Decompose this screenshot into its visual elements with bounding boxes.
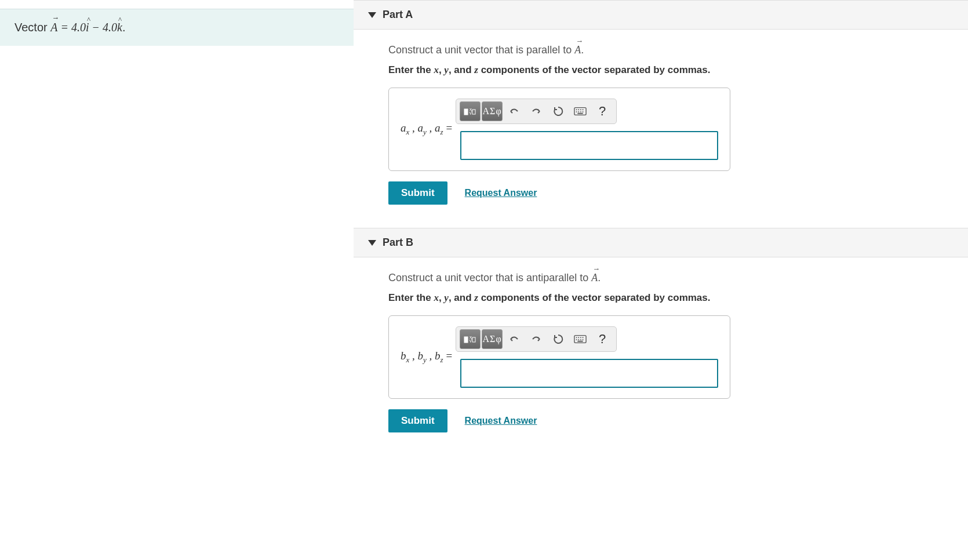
right-panel: Part A Construct a unit vector that is p… — [354, 0, 968, 456]
svg-point-25 — [580, 339, 581, 340]
template-button[interactable]: x√ — [460, 329, 481, 349]
svg-point-22 — [583, 337, 584, 338]
undo-button[interactable] — [504, 329, 525, 349]
k-hat: k — [117, 21, 122, 34]
problem-prefix: Vector — [14, 21, 50, 34]
svg-point-23 — [576, 339, 577, 340]
part-b-section: Part B Construct a unit vector that is a… — [354, 228, 968, 444]
part-b-prefix: bx , by , bz = — [401, 350, 452, 365]
help-button[interactable]: ? — [592, 101, 613, 121]
svg-point-5 — [576, 109, 577, 110]
request-answer-link[interactable]: Request Answer — [465, 188, 537, 198]
keyboard-button[interactable] — [570, 329, 591, 349]
greek-button[interactable]: ΑΣφ — [482, 329, 503, 349]
left-panel: Vector A = 4.0i − 4.0k. — [0, 0, 354, 456]
svg-point-21 — [580, 337, 581, 338]
part-b-answer-box: bx , by , bz = x√ ΑΣφ — [388, 315, 730, 399]
part-b-input[interactable] — [460, 359, 718, 388]
svg-rect-14 — [464, 337, 468, 343]
problem-minus: − 4.0 — [89, 21, 118, 34]
redo-button[interactable] — [526, 101, 547, 121]
svg-point-19 — [576, 337, 577, 338]
part-b-title: Part B — [383, 237, 413, 249]
part-a-body: Construct a unit vector that is parallel… — [354, 30, 968, 216]
svg-rect-17 — [472, 337, 475, 342]
svg-point-7 — [580, 109, 581, 110]
svg-point-9 — [576, 111, 577, 112]
greek-button[interactable]: ΑΣφ — [482, 101, 503, 121]
part-b-body: Construct a unit vector that is antipara… — [354, 257, 968, 444]
svg-point-10 — [578, 111, 579, 112]
svg-rect-27 — [578, 341, 583, 342]
problem-statement: Vector A = 4.0i − 4.0k. — [0, 9, 354, 46]
svg-rect-0 — [464, 109, 468, 115]
part-a-input-area: x√ ΑΣφ — [460, 99, 718, 160]
svg-point-20 — [578, 337, 579, 338]
reset-button[interactable] — [548, 101, 569, 121]
svg-point-6 — [578, 109, 579, 110]
vector-A-ref: A — [574, 44, 581, 56]
part-a-instructions: Enter the x, y, and z components of the … — [388, 64, 956, 76]
undo-button[interactable] — [504, 101, 525, 121]
template-button[interactable]: x√ — [460, 101, 481, 121]
problem-eq1: = 4.0 — [57, 21, 86, 34]
svg-rect-3 — [472, 110, 475, 114]
part-b-prompt: Construct a unit vector that is antipara… — [388, 272, 956, 284]
help-button[interactable]: ? — [592, 329, 613, 349]
svg-point-12 — [583, 111, 584, 112]
request-answer-link[interactable]: Request Answer — [465, 416, 537, 426]
svg-point-11 — [580, 111, 581, 112]
svg-text:√: √ — [469, 337, 472, 344]
vector-A: A — [50, 21, 57, 34]
part-a-actions: Submit Request Answer — [388, 181, 956, 205]
problem-period: . — [122, 21, 126, 34]
redo-button[interactable] — [526, 329, 547, 349]
svg-point-24 — [578, 339, 579, 340]
part-b-input-area: x√ ΑΣφ — [460, 326, 718, 388]
keyboard-button[interactable] — [570, 101, 591, 121]
part-a-toolbar: x√ ΑΣφ — [456, 99, 617, 124]
part-a-header[interactable]: Part A — [354, 0, 968, 30]
part-a-title: Part A — [383, 9, 413, 21]
submit-button[interactable]: Submit — [388, 181, 447, 205]
svg-point-8 — [583, 109, 584, 110]
part-b-toolbar: x√ ΑΣφ — [456, 326, 617, 352]
vector-A-ref: A — [591, 272, 598, 284]
part-a-section: Part A Construct a unit vector that is p… — [354, 0, 968, 216]
svg-point-26 — [583, 339, 584, 340]
part-b-header[interactable]: Part B — [354, 228, 968, 257]
part-a-prompt: Construct a unit vector that is parallel… — [388, 44, 956, 56]
i-hat: i — [86, 21, 89, 34]
part-b-instructions: Enter the x, y, and z components of the … — [388, 292, 956, 304]
svg-text:√: √ — [469, 110, 472, 116]
part-a-answer-box: ax , ay , az = x√ ΑΣφ — [388, 88, 730, 171]
submit-button[interactable]: Submit — [388, 409, 447, 432]
chevron-down-icon — [368, 240, 376, 246]
reset-button[interactable] — [548, 329, 569, 349]
chevron-down-icon — [368, 12, 376, 18]
svg-rect-13 — [578, 113, 583, 114]
page-container: Vector A = 4.0i − 4.0k. Part A Construct… — [0, 0, 968, 456]
part-a-prefix: ax , ay , az = — [401, 122, 452, 137]
part-a-input[interactable] — [460, 131, 718, 160]
part-b-actions: Submit Request Answer — [388, 409, 956, 432]
